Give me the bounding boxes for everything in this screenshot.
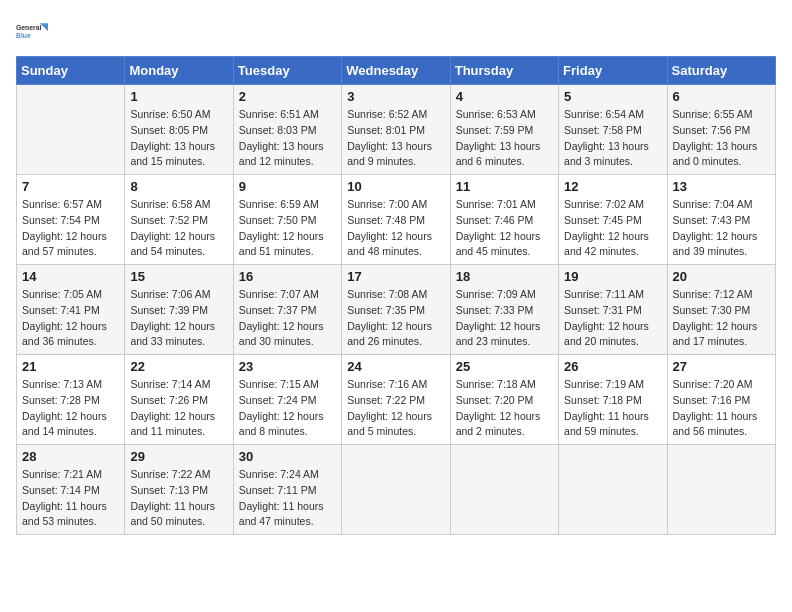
day-info: Sunrise: 7:09 AMSunset: 7:33 PMDaylight:… [456,287,553,350]
calendar-header-row: SundayMondayTuesdayWednesdayThursdayFrid… [17,57,776,85]
calendar-cell: 19Sunrise: 7:11 AMSunset: 7:31 PMDayligh… [559,265,667,355]
day-number: 28 [22,449,119,464]
day-info: Sunrise: 7:01 AMSunset: 7:46 PMDaylight:… [456,197,553,260]
day-number: 26 [564,359,661,374]
calendar-cell: 28Sunrise: 7:21 AMSunset: 7:14 PMDayligh… [17,445,125,535]
calendar-cell [450,445,558,535]
day-number: 12 [564,179,661,194]
day-info: Sunrise: 7:11 AMSunset: 7:31 PMDaylight:… [564,287,661,350]
day-number: 16 [239,269,336,284]
calendar-cell [17,85,125,175]
day-number: 24 [347,359,444,374]
day-info: Sunrise: 7:04 AMSunset: 7:43 PMDaylight:… [673,197,770,260]
day-number: 14 [22,269,119,284]
calendar-cell: 11Sunrise: 7:01 AMSunset: 7:46 PMDayligh… [450,175,558,265]
day-number: 30 [239,449,336,464]
day-info: Sunrise: 7:22 AMSunset: 7:13 PMDaylight:… [130,467,227,530]
logo: GeneralBlue [16,16,48,48]
day-number: 23 [239,359,336,374]
day-info: Sunrise: 7:07 AMSunset: 7:37 PMDaylight:… [239,287,336,350]
header-friday: Friday [559,57,667,85]
day-info: Sunrise: 7:05 AMSunset: 7:41 PMDaylight:… [22,287,119,350]
day-number: 9 [239,179,336,194]
week-row-3: 14Sunrise: 7:05 AMSunset: 7:41 PMDayligh… [17,265,776,355]
day-info: Sunrise: 6:57 AMSunset: 7:54 PMDaylight:… [22,197,119,260]
day-number: 7 [22,179,119,194]
calendar-cell: 3Sunrise: 6:52 AMSunset: 8:01 PMDaylight… [342,85,450,175]
day-info: Sunrise: 6:55 AMSunset: 7:56 PMDaylight:… [673,107,770,170]
calendar-cell: 14Sunrise: 7:05 AMSunset: 7:41 PMDayligh… [17,265,125,355]
header-sunday: Sunday [17,57,125,85]
day-info: Sunrise: 7:12 AMSunset: 7:30 PMDaylight:… [673,287,770,350]
calendar-cell: 18Sunrise: 7:09 AMSunset: 7:33 PMDayligh… [450,265,558,355]
calendar-cell: 5Sunrise: 6:54 AMSunset: 7:58 PMDaylight… [559,85,667,175]
day-info: Sunrise: 6:53 AMSunset: 7:59 PMDaylight:… [456,107,553,170]
week-row-2: 7Sunrise: 6:57 AMSunset: 7:54 PMDaylight… [17,175,776,265]
calendar-cell: 21Sunrise: 7:13 AMSunset: 7:28 PMDayligh… [17,355,125,445]
day-number: 10 [347,179,444,194]
day-number: 6 [673,89,770,104]
day-info: Sunrise: 6:59 AMSunset: 7:50 PMDaylight:… [239,197,336,260]
day-info: Sunrise: 7:24 AMSunset: 7:11 PMDaylight:… [239,467,336,530]
week-row-4: 21Sunrise: 7:13 AMSunset: 7:28 PMDayligh… [17,355,776,445]
header-tuesday: Tuesday [233,57,341,85]
day-info: Sunrise: 7:19 AMSunset: 7:18 PMDaylight:… [564,377,661,440]
day-info: Sunrise: 6:52 AMSunset: 8:01 PMDaylight:… [347,107,444,170]
day-info: Sunrise: 6:51 AMSunset: 8:03 PMDaylight:… [239,107,336,170]
day-number: 5 [564,89,661,104]
header-saturday: Saturday [667,57,775,85]
day-info: Sunrise: 6:54 AMSunset: 7:58 PMDaylight:… [564,107,661,170]
calendar-cell: 9Sunrise: 6:59 AMSunset: 7:50 PMDaylight… [233,175,341,265]
day-number: 17 [347,269,444,284]
day-number: 2 [239,89,336,104]
week-row-1: 1Sunrise: 6:50 AMSunset: 8:05 PMDaylight… [17,85,776,175]
calendar-cell [342,445,450,535]
calendar-cell: 27Sunrise: 7:20 AMSunset: 7:16 PMDayligh… [667,355,775,445]
day-number: 15 [130,269,227,284]
calendar-cell: 30Sunrise: 7:24 AMSunset: 7:11 PMDayligh… [233,445,341,535]
calendar-cell: 15Sunrise: 7:06 AMSunset: 7:39 PMDayligh… [125,265,233,355]
day-number: 11 [456,179,553,194]
day-info: Sunrise: 7:20 AMSunset: 7:16 PMDaylight:… [673,377,770,440]
day-info: Sunrise: 6:58 AMSunset: 7:52 PMDaylight:… [130,197,227,260]
day-number: 8 [130,179,227,194]
calendar-cell: 8Sunrise: 6:58 AMSunset: 7:52 PMDaylight… [125,175,233,265]
calendar-cell: 10Sunrise: 7:00 AMSunset: 7:48 PMDayligh… [342,175,450,265]
day-info: Sunrise: 7:00 AMSunset: 7:48 PMDaylight:… [347,197,444,260]
calendar-cell [667,445,775,535]
header-wednesday: Wednesday [342,57,450,85]
calendar-cell: 16Sunrise: 7:07 AMSunset: 7:37 PMDayligh… [233,265,341,355]
calendar-cell: 25Sunrise: 7:18 AMSunset: 7:20 PMDayligh… [450,355,558,445]
day-info: Sunrise: 7:15 AMSunset: 7:24 PMDaylight:… [239,377,336,440]
day-info: Sunrise: 7:18 AMSunset: 7:20 PMDaylight:… [456,377,553,440]
day-number: 27 [673,359,770,374]
day-info: Sunrise: 7:16 AMSunset: 7:22 PMDaylight:… [347,377,444,440]
calendar-cell: 13Sunrise: 7:04 AMSunset: 7:43 PMDayligh… [667,175,775,265]
day-number: 25 [456,359,553,374]
day-number: 3 [347,89,444,104]
calendar-cell: 26Sunrise: 7:19 AMSunset: 7:18 PMDayligh… [559,355,667,445]
day-info: Sunrise: 7:13 AMSunset: 7:28 PMDaylight:… [22,377,119,440]
header-monday: Monday [125,57,233,85]
calendar-cell [559,445,667,535]
calendar-cell: 20Sunrise: 7:12 AMSunset: 7:30 PMDayligh… [667,265,775,355]
calendar-cell: 17Sunrise: 7:08 AMSunset: 7:35 PMDayligh… [342,265,450,355]
day-number: 18 [456,269,553,284]
calendar-cell: 22Sunrise: 7:14 AMSunset: 7:26 PMDayligh… [125,355,233,445]
day-number: 21 [22,359,119,374]
calendar-cell: 12Sunrise: 7:02 AMSunset: 7:45 PMDayligh… [559,175,667,265]
page-header: GeneralBlue [16,16,776,48]
calendar-table: SundayMondayTuesdayWednesdayThursdayFrid… [16,56,776,535]
day-number: 19 [564,269,661,284]
svg-text:Blue: Blue [16,32,31,39]
calendar-cell: 7Sunrise: 6:57 AMSunset: 7:54 PMDaylight… [17,175,125,265]
calendar-cell: 2Sunrise: 6:51 AMSunset: 8:03 PMDaylight… [233,85,341,175]
calendar-cell: 24Sunrise: 7:16 AMSunset: 7:22 PMDayligh… [342,355,450,445]
day-info: Sunrise: 7:08 AMSunset: 7:35 PMDaylight:… [347,287,444,350]
day-number: 29 [130,449,227,464]
calendar-cell: 23Sunrise: 7:15 AMSunset: 7:24 PMDayligh… [233,355,341,445]
calendar-cell: 29Sunrise: 7:22 AMSunset: 7:13 PMDayligh… [125,445,233,535]
day-info: Sunrise: 7:21 AMSunset: 7:14 PMDaylight:… [22,467,119,530]
svg-text:General: General [16,24,41,31]
day-number: 22 [130,359,227,374]
